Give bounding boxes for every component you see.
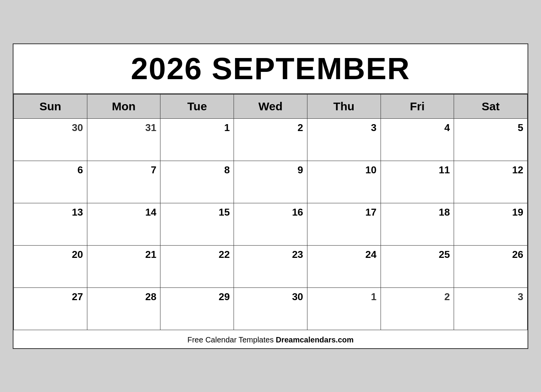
calendar-day-cell: 30 xyxy=(234,287,307,330)
week-row-1: 303112345 xyxy=(14,118,528,161)
week-row-4: 20212223242526 xyxy=(14,245,528,287)
header-wed: Wed xyxy=(234,94,307,118)
header-mon: Mon xyxy=(87,94,160,118)
week-row-2: 6789101112 xyxy=(14,161,528,203)
week-row-5: 27282930123 xyxy=(14,287,528,330)
calendar-day-cell: 14 xyxy=(87,203,160,245)
calendar-day-cell: 6 xyxy=(14,161,87,203)
footer-bold: Dreamcalendars.com xyxy=(276,336,354,344)
header-tue: Tue xyxy=(160,94,234,118)
calendar-table: SunMonTueWedThuFriSat 303112345678910111… xyxy=(13,94,528,330)
calendar-day-cell: 2 xyxy=(381,287,454,330)
calendar-day-cell: 13 xyxy=(14,203,87,245)
calendar-day-cell: 25 xyxy=(381,245,454,287)
calendar-day-cell: 15 xyxy=(160,203,234,245)
calendar-day-cell: 30 xyxy=(14,118,87,161)
calendar-day-cell: 7 xyxy=(87,161,160,203)
header-sun: Sun xyxy=(14,94,87,118)
header-sat: Sat xyxy=(454,94,528,118)
calendar-day-cell: 22 xyxy=(160,245,234,287)
calendar-container: 2026 SEPTEMBER SunMonTueWedThuFriSat 303… xyxy=(13,43,528,349)
header-fri: Fri xyxy=(381,94,454,118)
calendar-day-cell: 3 xyxy=(454,287,528,330)
calendar-day-cell: 1 xyxy=(307,287,381,330)
calendar-title: 2026 SEPTEMBER xyxy=(13,44,528,94)
calendar-footer: Free Calendar Templates Dreamcalendars.c… xyxy=(13,330,528,348)
calendar-day-cell: 31 xyxy=(87,118,160,161)
calendar-day-cell: 2 xyxy=(234,118,307,161)
calendar-day-cell: 16 xyxy=(234,203,307,245)
calendar-header-row: SunMonTueWedThuFriSat xyxy=(14,94,528,118)
calendar-day-cell: 3 xyxy=(307,118,381,161)
calendar-day-cell: 24 xyxy=(307,245,381,287)
calendar-day-cell: 11 xyxy=(381,161,454,203)
calendar-day-cell: 21 xyxy=(87,245,160,287)
footer-text: Free Calendar Templates xyxy=(187,336,276,344)
calendar-day-cell: 9 xyxy=(234,161,307,203)
calendar-day-cell: 10 xyxy=(307,161,381,203)
calendar-day-cell: 4 xyxy=(381,118,454,161)
header-thu: Thu xyxy=(307,94,381,118)
calendar-day-cell: 26 xyxy=(454,245,528,287)
calendar-day-cell: 19 xyxy=(454,203,528,245)
calendar-day-cell: 23 xyxy=(234,245,307,287)
calendar-day-cell: 12 xyxy=(454,161,528,203)
calendar-day-cell: 8 xyxy=(160,161,234,203)
calendar-day-cell: 27 xyxy=(14,287,87,330)
calendar-day-cell: 1 xyxy=(160,118,234,161)
week-row-3: 13141516171819 xyxy=(14,203,528,245)
calendar-day-cell: 18 xyxy=(381,203,454,245)
calendar-day-cell: 17 xyxy=(307,203,381,245)
calendar-day-cell: 20 xyxy=(14,245,87,287)
calendar-day-cell: 29 xyxy=(160,287,234,330)
calendar-day-cell: 28 xyxy=(87,287,160,330)
calendar-day-cell: 5 xyxy=(454,118,528,161)
